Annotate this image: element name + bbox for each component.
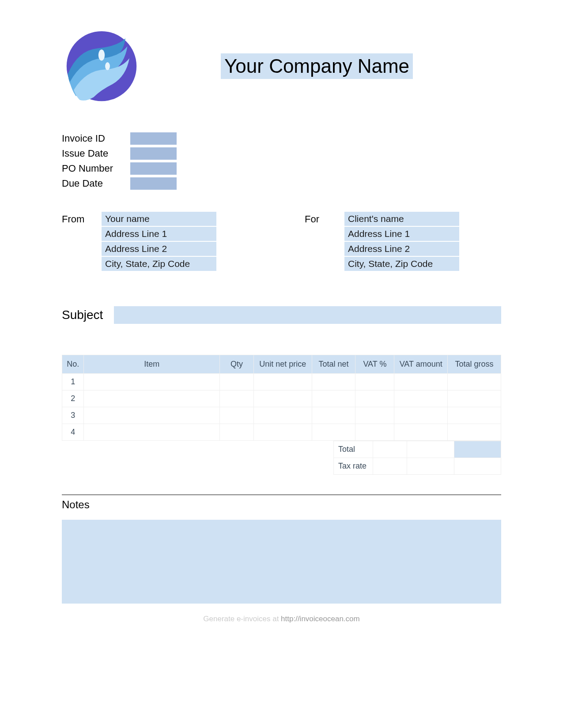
items-table: No. Item Qty Unit net price Total net VA…: [62, 355, 501, 441]
summary-total-row: Total: [334, 441, 501, 458]
cell-vatpct[interactable]: [355, 407, 394, 424]
company-name[interactable]: Your Company Name: [221, 53, 413, 79]
for-city-field[interactable]: City, State, Zip Code: [344, 257, 459, 271]
cell-item[interactable]: [84, 374, 220, 390]
summary-taxrate-label: Tax rate: [334, 458, 373, 475]
cell-totalgross[interactable]: [448, 390, 501, 407]
issue-date-row: Issue Date: [62, 147, 501, 160]
cell-vatpct[interactable]: [355, 374, 394, 390]
summary-table: Total Tax rate: [333, 441, 501, 475]
cell-totalgross[interactable]: [448, 374, 501, 390]
cell-totalnet[interactable]: [312, 390, 355, 407]
cell-qty[interactable]: [219, 424, 253, 441]
cell-totalnet[interactable]: [312, 374, 355, 390]
footer: Generate e-invoices at http://invoiceoce…: [62, 615, 501, 623]
notes-section: Notes: [62, 495, 501, 604]
footer-text: Generate e-invoices at: [203, 615, 281, 623]
table-row: 1: [62, 374, 501, 390]
table-row: 4: [62, 424, 501, 441]
from-label: From: [62, 212, 93, 271]
cell-no: 2: [62, 390, 84, 407]
from-party: From Your name Address Line 1 Address Li…: [62, 212, 216, 271]
cell-unit[interactable]: [253, 374, 312, 390]
parties: From Your name Address Line 1 Address Li…: [62, 212, 501, 271]
cell-item[interactable]: [84, 390, 220, 407]
due-date-row: Due Date: [62, 177, 501, 190]
cell-vatamt[interactable]: [394, 374, 448, 390]
po-number-field[interactable]: [130, 162, 177, 175]
summary-total-gross[interactable]: [454, 441, 501, 458]
invoice-meta: Invoice ID Issue Date PO Number Due Date: [62, 132, 501, 190]
invoice-id-field[interactable]: [130, 132, 177, 145]
summary-total-vatpct[interactable]: [373, 441, 407, 458]
summary-taxrate-vatamt[interactable]: [407, 458, 454, 475]
po-number-row: PO Number: [62, 162, 501, 175]
subject-label: Subject: [62, 308, 103, 322]
cell-item[interactable]: [84, 424, 220, 441]
cell-no: 1: [62, 374, 84, 390]
th-unit: Unit net price: [253, 355, 312, 374]
summary-total-label: Total: [334, 441, 373, 458]
notes-divider: [62, 495, 501, 495]
for-address1-field[interactable]: Address Line 1: [344, 227, 459, 241]
cell-totalgross[interactable]: [448, 407, 501, 424]
svg-point-2: [105, 62, 110, 70]
cell-vatpct[interactable]: [355, 390, 394, 407]
due-date-label: Due Date: [62, 178, 130, 189]
cell-no: 3: [62, 407, 84, 424]
cell-totalnet[interactable]: [312, 407, 355, 424]
cell-vatamt[interactable]: [394, 407, 448, 424]
for-name-field[interactable]: Client's name: [344, 212, 459, 226]
footer-link[interactable]: http://invoiceocean.com: [281, 615, 360, 623]
for-address2-field[interactable]: Address Line 2: [344, 242, 459, 256]
issue-date-label: Issue Date: [62, 148, 130, 159]
from-city-field[interactable]: City, State, Zip Code: [102, 257, 216, 271]
cell-qty[interactable]: [219, 390, 253, 407]
th-item: Item: [84, 355, 220, 374]
th-no: No.: [62, 355, 84, 374]
th-vatamt: VAT amount: [394, 355, 448, 374]
notes-label: Notes: [62, 499, 501, 511]
cell-vatamt[interactable]: [394, 390, 448, 407]
for-label: For: [305, 212, 336, 271]
invoice-id-row: Invoice ID: [62, 132, 501, 145]
cell-no: 4: [62, 424, 84, 441]
summary-taxrate-gross[interactable]: [454, 458, 501, 475]
cell-vatpct[interactable]: [355, 424, 394, 441]
subject-row: Subject: [62, 306, 501, 324]
summary-taxrate-row: Tax rate: [334, 458, 501, 475]
notes-field[interactable]: [62, 520, 501, 604]
header: Your Company Name: [62, 26, 501, 106]
cell-totalnet[interactable]: [312, 424, 355, 441]
cell-qty[interactable]: [219, 374, 253, 390]
th-totalnet: Total net: [312, 355, 355, 374]
th-vatpct: VAT %: [355, 355, 394, 374]
summary-taxrate-vatpct[interactable]: [373, 458, 407, 475]
svg-point-1: [98, 49, 105, 60]
issue-date-field[interactable]: [130, 147, 177, 160]
cell-unit[interactable]: [253, 424, 312, 441]
th-qty: Qty: [219, 355, 253, 374]
due-date-field[interactable]: [130, 177, 177, 190]
po-number-label: PO Number: [62, 163, 130, 174]
cell-qty[interactable]: [219, 407, 253, 424]
cell-item[interactable]: [84, 407, 220, 424]
table-header-row: No. Item Qty Unit net price Total net VA…: [62, 355, 501, 374]
table-row: 2: [62, 390, 501, 407]
wave-logo-icon: [62, 26, 141, 106]
subject-field[interactable]: [114, 306, 501, 324]
cell-unit[interactable]: [253, 390, 312, 407]
from-address1-field[interactable]: Address Line 1: [102, 227, 216, 241]
summary-total-vatamt[interactable]: [407, 441, 454, 458]
invoice-id-label: Invoice ID: [62, 133, 130, 144]
from-name-field[interactable]: Your name: [102, 212, 216, 226]
for-party: For Client's name Address Line 1 Address…: [305, 212, 459, 271]
table-row: 3: [62, 407, 501, 424]
th-totalgross: Total gross: [448, 355, 501, 374]
cell-vatamt[interactable]: [394, 424, 448, 441]
from-address2-field[interactable]: Address Line 2: [102, 242, 216, 256]
cell-unit[interactable]: [253, 407, 312, 424]
cell-totalgross[interactable]: [448, 424, 501, 441]
